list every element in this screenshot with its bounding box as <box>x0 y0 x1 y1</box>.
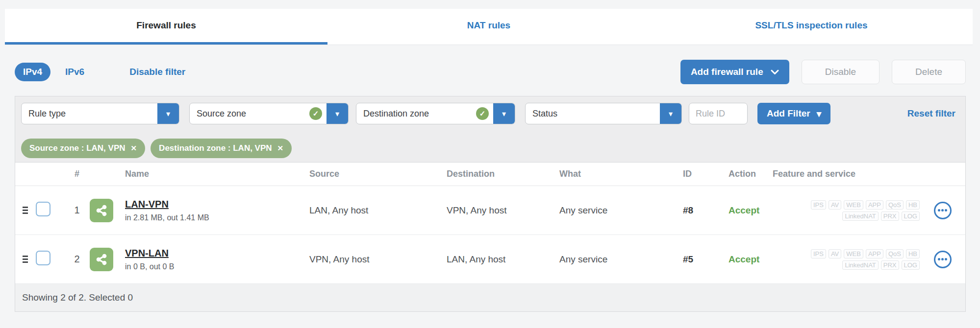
delete-button[interactable]: Delete <box>892 60 966 84</box>
dropdown-button[interactable]: ▾ <box>493 103 515 124</box>
check-glyph: ✓ <box>479 109 486 118</box>
header-name: Name <box>125 169 309 179</box>
header-feature-and-service: Feature and service <box>773 169 920 179</box>
table-footer: Showing 2 of 2. Selected 0 <box>15 284 965 311</box>
filter-chip-destination-zone[interactable]: Destination zone : LAN, VPN ✕ <box>151 139 292 158</box>
badge-web: WEB <box>844 200 863 210</box>
badge-ips: IPS <box>811 200 826 210</box>
disable-filter-link[interactable]: Disable filter <box>129 67 185 77</box>
dropdown-button[interactable]: ▾ <box>660 103 681 124</box>
firewall-rules-page: Firewall rules NAT rules SSL/TLS inspect… <box>0 9 980 328</box>
header-id: ID <box>682 169 729 179</box>
chevron-down-icon: ▾ <box>166 109 170 118</box>
badge-prx: PRX <box>881 260 899 270</box>
status-select[interactable]: Status ▾ <box>525 103 682 124</box>
tab-nat-rules[interactable]: NAT rules <box>327 9 650 45</box>
close-icon[interactable]: ✕ <box>277 144 284 153</box>
rules-panel: Rule type ▾ Source zone ✓ ▾ Destination … <box>15 96 966 312</box>
rule-type-icon[interactable] <box>90 199 113 222</box>
cell-action: Accept <box>729 205 773 216</box>
tab-label: NAT rules <box>467 20 510 31</box>
rule-name-link[interactable]: VPN-LAN <box>125 248 309 259</box>
badge-qos: QoS <box>886 249 904 258</box>
table-row: 1 LAN-VPN in 2.81 MB, out 1.41 MB LAN, A… <box>15 186 965 235</box>
filter-chip-source-zone[interactable]: Source zone : LAN, VPN ✕ <box>21 139 145 158</box>
feature-badges: IPS AV WEB APP QoS HB LinkedNAT PRX LOG <box>773 249 920 270</box>
header-what: What <box>559 169 682 179</box>
source-zone-label: Source zone <box>190 109 309 119</box>
more-actions-icon[interactable] <box>934 251 952 268</box>
filter-chips-bar: Source zone : LAN, VPN ✕ Destination zon… <box>15 124 965 163</box>
cell-source: LAN, Any host <box>309 205 447 216</box>
header-index: # <box>64 169 90 179</box>
feature-badges: IPS AV WEB APP QoS HB LinkedNAT PRX LOG <box>773 200 920 221</box>
share-icon <box>95 204 108 217</box>
chevron-down-icon: ▾ <box>335 109 339 118</box>
badge-app: APP <box>866 249 883 258</box>
badge-log: LOG <box>902 260 920 270</box>
header-source: Source <box>309 169 447 179</box>
rule-type-label: Rule type <box>22 109 157 119</box>
cell-destination: VPN, Any host <box>447 205 559 216</box>
disable-filter-label: Disable filter <box>129 67 185 77</box>
row-index: 2 <box>64 254 90 265</box>
rule-name-link[interactable]: LAN-VPN <box>125 199 309 210</box>
badge-av: AV <box>829 249 841 258</box>
add-filter-button[interactable]: Add Filter ▾ <box>757 103 830 124</box>
badge-linkednat: LinkedNAT <box>842 211 878 221</box>
cell-rule-id: #8 <box>682 205 729 216</box>
cell-rule-id: #5 <box>682 254 729 265</box>
tab-firewall-rules[interactable]: Firewall rules <box>5 9 327 45</box>
badge-prx: PRX <box>881 211 899 221</box>
header-action: Action <box>729 169 773 179</box>
table-header: # Name Source Destination What ID Action… <box>15 163 965 186</box>
disable-label: Disable <box>825 67 856 77</box>
add-filter-label: Add Filter <box>767 108 810 119</box>
badge-hb: HB <box>906 249 920 258</box>
destination-zone-select[interactable]: Destination zone ✓ ▾ <box>356 103 515 124</box>
cell-destination: LAN, Any host <box>447 254 559 265</box>
ipv4-toggle[interactable]: IPv4 <box>15 63 50 81</box>
add-firewall-rule-label: Add firewall rule <box>691 67 763 77</box>
disable-button[interactable]: Disable <box>802 60 879 84</box>
badge-app: APP <box>866 200 883 210</box>
tab-bar: Firewall rules NAT rules SSL/TLS inspect… <box>5 9 973 45</box>
row-checkbox[interactable] <box>36 202 50 216</box>
dropdown-button[interactable]: ▾ <box>327 103 348 124</box>
badge-hb: HB <box>906 200 920 210</box>
rule-id-input[interactable] <box>689 103 748 124</box>
chip-label: Source zone : LAN, VPN <box>29 143 126 153</box>
badge-linkednat: LinkedNAT <box>842 260 878 270</box>
row-index: 1 <box>64 205 90 216</box>
chevron-down-icon: ▾ <box>502 109 506 118</box>
tab-label: SSL/TLS inspection rules <box>755 20 867 31</box>
chevron-down-icon <box>771 70 779 75</box>
row-checkbox[interactable] <box>36 251 50 265</box>
filter-bar: Rule type ▾ Source zone ✓ ▾ Destination … <box>15 96 965 124</box>
drag-handle-icon[interactable] <box>23 207 36 214</box>
destination-zone-label: Destination zone <box>356 109 476 119</box>
drag-handle-icon[interactable] <box>23 256 36 263</box>
chevron-down-icon: ▾ <box>669 109 673 118</box>
cell-source: VPN, Any host <box>309 254 447 265</box>
check-glyph: ✓ <box>313 109 319 118</box>
source-zone-select[interactable]: Source zone ✓ ▾ <box>189 103 349 124</box>
tab-ssl-tls-inspection-rules[interactable]: SSL/TLS inspection rules <box>650 9 973 45</box>
add-firewall-rule-button[interactable]: Add firewall rule <box>680 60 789 84</box>
rule-type-icon[interactable] <box>90 248 113 271</box>
ipv6-toggle[interactable]: IPv6 <box>65 67 84 77</box>
delete-label: Delete <box>915 67 942 77</box>
close-icon[interactable]: ✕ <box>131 144 137 153</box>
tab-label: Firewall rules <box>136 20 196 31</box>
badge-web: WEB <box>844 249 863 258</box>
chip-label: Destination zone : LAN, VPN <box>159 143 272 153</box>
more-actions-icon[interactable] <box>934 202 952 219</box>
share-icon <box>95 253 108 266</box>
ipv4-label: IPv4 <box>23 67 42 77</box>
rule-type-select[interactable]: Rule type ▾ <box>21 103 179 124</box>
reset-filter-link[interactable]: Reset filter <box>907 108 955 119</box>
reset-filter-label: Reset filter <box>907 108 955 118</box>
rule-traffic: in 2.81 MB, out 1.41 MB <box>125 213 309 222</box>
dropdown-button[interactable]: ▾ <box>157 103 179 124</box>
table-row: 2 VPN-LAN in 0 B, out 0 B VPN, Any host … <box>15 235 965 284</box>
